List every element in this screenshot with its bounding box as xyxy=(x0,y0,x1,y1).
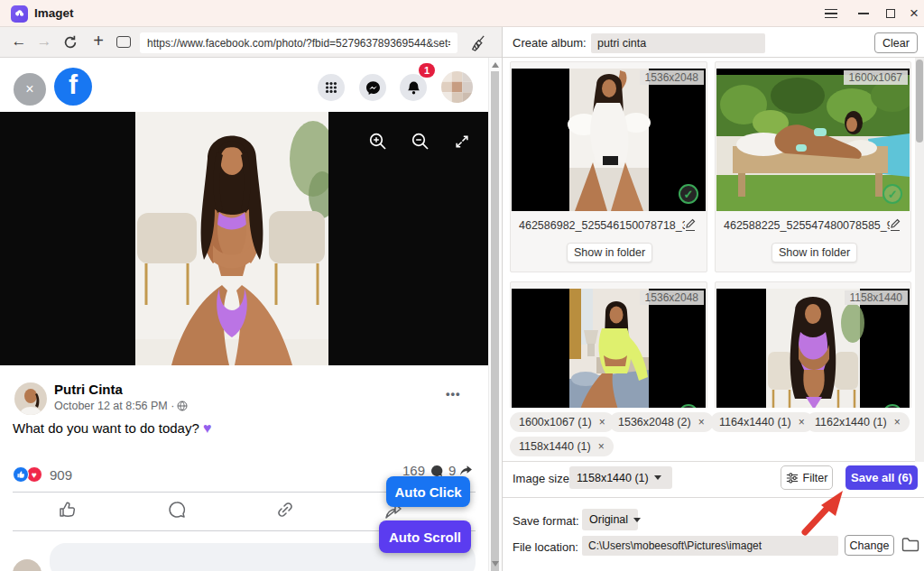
main-photo[interactable] xyxy=(135,112,328,365)
post-text: What do you want to do today? xyxy=(13,420,199,436)
page-close-icon[interactable]: × xyxy=(14,73,46,106)
clear-button[interactable]: Clear xyxy=(874,32,918,53)
copy-link-action-icon[interactable] xyxy=(275,500,295,520)
clean-brush-icon[interactable] xyxy=(469,34,486,51)
edit-filename-icon[interactable] xyxy=(890,218,901,232)
menu-icon[interactable] xyxy=(819,5,843,23)
comment-count-icon xyxy=(430,465,443,477)
scroll-up-icon[interactable] xyxy=(492,62,499,68)
resolution-badge: 1536x2048 xyxy=(640,290,704,305)
selected-check-icon[interactable]: ✓ xyxy=(679,184,698,204)
resolution-badge: 1158x1440 xyxy=(845,290,909,305)
close-button[interactable]: × xyxy=(902,5,924,23)
image-thumbnail[interactable]: 1600x1067 ✓ xyxy=(716,69,910,211)
file-location-input[interactable] xyxy=(582,536,838,556)
messenger-icon[interactable] xyxy=(359,74,386,101)
zoom-out-icon[interactable] xyxy=(411,132,430,152)
image-card: 1600x1067 ✓ 462588225_525547480078585_94… xyxy=(715,61,911,272)
comment-avatar xyxy=(13,559,42,571)
auto-scroll-button[interactable]: Auto Scroll xyxy=(379,520,471,553)
chevron-down-icon xyxy=(654,475,661,480)
new-tab-icon[interactable]: + xyxy=(88,31,108,51)
remove-tag-icon[interactable]: × xyxy=(799,416,805,428)
scrollbar-thumb[interactable] xyxy=(491,71,499,571)
bottom-divider xyxy=(503,497,924,498)
show-in-folder-button[interactable]: Show in folder xyxy=(567,243,652,262)
facebook-logo[interactable]: f xyxy=(54,68,92,106)
tabs-icon[interactable] xyxy=(116,36,131,48)
annotation-arrow xyxy=(794,485,857,539)
globe-icon xyxy=(177,401,188,411)
remove-tag-icon[interactable]: × xyxy=(894,416,901,428)
forward-icon[interactable]: → xyxy=(34,32,54,51)
profile-avatar[interactable] xyxy=(441,71,473,103)
panel-scrollbar[interactable] xyxy=(915,58,924,462)
post-avatar[interactable] xyxy=(14,382,47,415)
image-card: 1536x2048 ✓ 462586982_525546150078718_30… xyxy=(510,61,707,272)
chevron-down-icon xyxy=(633,518,641,522)
size-tags-section: 1600x1067 (1)× 1536x2048 (2)× 1164x1440 … xyxy=(503,408,915,462)
imaget-window: Imaget × ← → + Create album: Clear × f 1 xyxy=(0,0,924,571)
post-author[interactable]: Putri Cinta xyxy=(54,382,123,397)
like-action-icon[interactable] xyxy=(58,500,78,520)
resolution-badge: 1600x1067 xyxy=(844,70,908,85)
back-icon[interactable]: ← xyxy=(9,32,29,51)
maximize-button[interactable] xyxy=(879,5,902,23)
change-location-button[interactable]: Change xyxy=(845,535,894,556)
notifications-bell-icon[interactable] xyxy=(400,74,427,101)
size-tag[interactable]: 1536x2048 (2)× xyxy=(609,412,714,432)
size-tag[interactable]: 1162x1440 (1)× xyxy=(806,412,910,432)
filter-button[interactable]: Filter xyxy=(781,465,833,490)
minimize-button[interactable] xyxy=(852,5,875,23)
remove-tag-icon[interactable]: × xyxy=(698,416,705,428)
image-thumbnail[interactable]: 1536x2048 ✓ xyxy=(512,289,706,408)
remove-tag-icon[interactable]: × xyxy=(599,416,605,428)
size-tag[interactable]: 1164x1440 (1)× xyxy=(710,412,814,432)
like-reaction-icon[interactable] xyxy=(13,466,29,483)
share-count-icon xyxy=(459,464,473,477)
image-card: 1536x2048 ✓ xyxy=(510,281,707,408)
post-timestamp: October 12 at 8:56 PM · xyxy=(54,400,174,412)
purple-heart-emoji: ♥ xyxy=(203,420,212,436)
file-location-label: File location: xyxy=(513,540,578,554)
downloads-grid: 1536x2048 ✓ 462586982_525546150078718_30… xyxy=(503,58,915,408)
show-in-folder-button[interactable]: Show in folder xyxy=(772,243,857,262)
imaget-logo-icon xyxy=(11,5,28,23)
remove-tag-icon[interactable]: × xyxy=(598,440,605,453)
album-name-input[interactable] xyxy=(591,33,765,53)
image-size-label: Image size: xyxy=(513,472,572,485)
url-input[interactable] xyxy=(140,32,457,53)
filter-sliders-icon xyxy=(786,472,799,484)
browser-scrollbar[interactable] xyxy=(488,58,501,571)
post-menu-icon[interactable]: ••• xyxy=(446,387,461,401)
zoom-in-icon[interactable] xyxy=(368,132,388,152)
image-filename: 462586982_525546150078718_307 xyxy=(519,219,685,232)
image-thumbnail[interactable]: 1158x1440 ✓ xyxy=(716,289,910,408)
auto-click-button[interactable]: Auto Click xyxy=(386,476,470,507)
apps-grid-icon[interactable] xyxy=(318,74,345,101)
create-album-label: Create album: xyxy=(513,36,587,50)
selected-check-icon[interactable]: ✓ xyxy=(882,184,902,204)
open-folder-icon[interactable] xyxy=(901,537,919,552)
fullscreen-icon[interactable] xyxy=(454,134,470,150)
size-tag[interactable]: 1158x1440 (1)× xyxy=(510,437,614,456)
panel-scrollbar-thumb[interactable] xyxy=(916,60,923,143)
app-title: Imaget xyxy=(34,6,74,20)
image-size-dropdown[interactable]: 1158x1440 (1) xyxy=(569,466,672,489)
notification-badge: 1 xyxy=(419,63,435,78)
save-format-dropdown[interactable]: Original xyxy=(582,509,638,530)
image-card: 1158x1440 ✓ xyxy=(715,281,911,408)
image-thumbnail[interactable]: 1536x2048 ✓ xyxy=(512,69,706,211)
edit-filename-icon[interactable] xyxy=(685,218,696,232)
refresh-icon[interactable] xyxy=(63,35,78,50)
title-bar: Imaget × xyxy=(0,0,924,27)
resolution-badge: 1536x2048 xyxy=(640,70,704,85)
comment-action-icon[interactable] xyxy=(167,500,187,520)
save-all-button[interactable]: Save all (6) xyxy=(845,465,918,490)
reaction-count[interactable]: 909 xyxy=(50,467,72,483)
save-format-label: Save format: xyxy=(513,514,579,528)
image-filename: 462588225_525547480078585_943 xyxy=(724,219,890,232)
scroll-down-icon[interactable] xyxy=(492,561,499,566)
size-tag[interactable]: 1600x1067 (1)× xyxy=(510,412,614,432)
